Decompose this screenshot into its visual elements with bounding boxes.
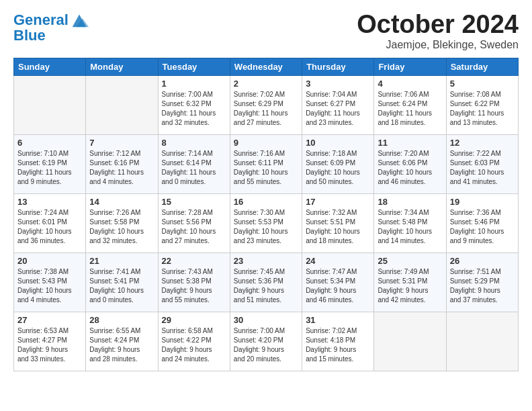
calendar-cell: 15Sunrise: 7:28 AM Sunset: 5:56 PM Dayli… (158, 193, 230, 253)
day-number: 30 (234, 315, 298, 325)
calendar-cell: 11Sunrise: 7:20 AM Sunset: 6:06 PM Dayli… (374, 134, 446, 193)
day-info: Sunrise: 7:16 AM Sunset: 6:11 PM Dayligh… (234, 149, 298, 187)
calendar-cell: 5Sunrise: 7:08 AM Sunset: 6:22 PM Daylig… (446, 75, 518, 134)
calendar-cell: 24Sunrise: 7:47 AM Sunset: 5:34 PM Dayli… (302, 253, 374, 312)
calendar-header-row: SundayMondayTuesdayWednesdayThursdayFrid… (14, 58, 519, 75)
day-number: 20 (17, 256, 82, 266)
logo-text: General (13, 12, 69, 28)
day-number: 14 (89, 197, 154, 207)
day-info: Sunrise: 7:00 AM Sunset: 4:20 PM Dayligh… (234, 326, 298, 364)
day-number: 25 (378, 256, 442, 266)
header: General Blue October 2024 Jaemjoe, Bleki… (13, 11, 519, 51)
calendar-cell: 27Sunrise: 6:53 AM Sunset: 4:27 PM Dayli… (14, 312, 86, 371)
day-info: Sunrise: 7:41 AM Sunset: 5:41 PM Dayligh… (89, 267, 154, 305)
page: General Blue October 2024 Jaemjoe, Bleki… (0, 0, 532, 382)
day-number: 26 (450, 256, 515, 266)
col-header-sunday: Sunday (14, 58, 86, 75)
day-number: 1 (162, 79, 226, 89)
day-info: Sunrise: 7:24 AM Sunset: 6:01 PM Dayligh… (17, 208, 82, 246)
day-number: 13 (17, 197, 82, 207)
calendar-cell: 1Sunrise: 7:00 AM Sunset: 6:32 PM Daylig… (158, 75, 230, 134)
calendar-cell: 26Sunrise: 7:51 AM Sunset: 5:29 PM Dayli… (446, 253, 518, 312)
day-number: 9 (234, 138, 298, 148)
col-header-friday: Friday (374, 58, 446, 75)
day-info: Sunrise: 7:43 AM Sunset: 5:38 PM Dayligh… (162, 267, 226, 305)
day-number: 28 (89, 315, 154, 325)
day-info: Sunrise: 7:00 AM Sunset: 6:32 PM Dayligh… (162, 90, 226, 128)
location: Jaemjoe, Blekinge, Sweden (357, 39, 519, 51)
day-info: Sunrise: 7:28 AM Sunset: 5:56 PM Dayligh… (162, 208, 226, 246)
col-header-tuesday: Tuesday (158, 58, 230, 75)
calendar-week-row: 6Sunrise: 7:10 AM Sunset: 6:19 PM Daylig… (14, 134, 519, 193)
calendar-cell: 18Sunrise: 7:34 AM Sunset: 5:48 PM Dayli… (374, 193, 446, 253)
day-info: Sunrise: 6:55 AM Sunset: 4:24 PM Dayligh… (89, 326, 154, 364)
col-header-wednesday: Wednesday (230, 58, 302, 75)
calendar-cell: 20Sunrise: 7:38 AM Sunset: 5:43 PM Dayli… (14, 253, 86, 312)
day-info: Sunrise: 7:47 AM Sunset: 5:34 PM Dayligh… (306, 267, 370, 305)
logo: General Blue (13, 11, 89, 44)
calendar-cell: 12Sunrise: 7:22 AM Sunset: 6:03 PM Dayli… (446, 134, 518, 193)
day-info: Sunrise: 7:10 AM Sunset: 6:19 PM Dayligh… (17, 149, 82, 187)
calendar-cell: 19Sunrise: 7:36 AM Sunset: 5:46 PM Dayli… (446, 193, 518, 253)
day-info: Sunrise: 7:22 AM Sunset: 6:03 PM Dayligh… (450, 149, 515, 187)
calendar-cell (14, 75, 86, 134)
calendar-cell: 16Sunrise: 7:30 AM Sunset: 5:53 PM Dayli… (230, 193, 302, 253)
day-info: Sunrise: 7:06 AM Sunset: 6:24 PM Dayligh… (378, 90, 442, 128)
day-info: Sunrise: 7:36 AM Sunset: 5:46 PM Dayligh… (450, 208, 515, 246)
logo-icon (70, 11, 89, 30)
day-info: Sunrise: 7:49 AM Sunset: 5:31 PM Dayligh… (378, 267, 442, 305)
calendar-week-row: 1Sunrise: 7:00 AM Sunset: 6:32 PM Daylig… (14, 75, 519, 134)
day-info: Sunrise: 7:02 AM Sunset: 6:29 PM Dayligh… (234, 90, 298, 128)
day-number: 18 (378, 197, 442, 207)
calendar-cell: 3Sunrise: 7:04 AM Sunset: 6:27 PM Daylig… (302, 75, 374, 134)
day-number: 22 (162, 256, 226, 266)
day-number: 5 (450, 79, 515, 89)
col-header-monday: Monday (86, 58, 158, 75)
day-number: 21 (89, 256, 154, 266)
day-number: 8 (162, 138, 226, 148)
day-number: 15 (162, 197, 226, 207)
day-number: 29 (162, 315, 226, 325)
day-number: 12 (450, 138, 515, 148)
day-number: 6 (17, 138, 82, 148)
day-info: Sunrise: 7:32 AM Sunset: 5:51 PM Dayligh… (306, 208, 370, 246)
calendar-cell: 23Sunrise: 7:45 AM Sunset: 5:36 PM Dayli… (230, 253, 302, 312)
calendar-cell: 9Sunrise: 7:16 AM Sunset: 6:11 PM Daylig… (230, 134, 302, 193)
col-header-saturday: Saturday (446, 58, 518, 75)
day-number: 3 (306, 79, 370, 89)
calendar-cell: 17Sunrise: 7:32 AM Sunset: 5:51 PM Dayli… (302, 193, 374, 253)
calendar-cell: 21Sunrise: 7:41 AM Sunset: 5:41 PM Dayli… (86, 253, 158, 312)
day-info: Sunrise: 7:14 AM Sunset: 6:14 PM Dayligh… (162, 149, 226, 187)
day-number: 24 (306, 256, 370, 266)
day-number: 19 (450, 197, 515, 207)
title-area: October 2024 Jaemjoe, Blekinge, Sweden (357, 11, 519, 51)
day-info: Sunrise: 7:20 AM Sunset: 6:06 PM Dayligh… (378, 149, 442, 187)
calendar-cell (86, 75, 158, 134)
day-number: 2 (234, 79, 298, 89)
day-number: 31 (306, 315, 370, 325)
calendar-cell: 8Sunrise: 7:14 AM Sunset: 6:14 PM Daylig… (158, 134, 230, 193)
day-number: 23 (234, 256, 298, 266)
day-number: 4 (378, 79, 442, 89)
day-info: Sunrise: 7:45 AM Sunset: 5:36 PM Dayligh… (234, 267, 298, 305)
col-header-thursday: Thursday (302, 58, 374, 75)
day-info: Sunrise: 7:12 AM Sunset: 6:16 PM Dayligh… (89, 149, 154, 187)
calendar-cell: 22Sunrise: 7:43 AM Sunset: 5:38 PM Dayli… (158, 253, 230, 312)
day-number: 11 (378, 138, 442, 148)
calendar-cell: 13Sunrise: 7:24 AM Sunset: 6:01 PM Dayli… (14, 193, 86, 253)
day-info: Sunrise: 7:04 AM Sunset: 6:27 PM Dayligh… (306, 90, 370, 128)
day-number: 10 (306, 138, 370, 148)
calendar-cell: 29Sunrise: 6:58 AM Sunset: 4:22 PM Dayli… (158, 312, 230, 371)
logo-general: General (13, 11, 69, 28)
calendar-cell: 28Sunrise: 6:55 AM Sunset: 4:24 PM Dayli… (86, 312, 158, 371)
calendar-week-row: 27Sunrise: 6:53 AM Sunset: 4:27 PM Dayli… (14, 312, 519, 371)
calendar-cell: 4Sunrise: 7:06 AM Sunset: 6:24 PM Daylig… (374, 75, 446, 134)
day-info: Sunrise: 6:53 AM Sunset: 4:27 PM Dayligh… (17, 326, 82, 364)
calendar-cell: 31Sunrise: 7:02 AM Sunset: 4:18 PM Dayli… (302, 312, 374, 371)
calendar-cell: 14Sunrise: 7:26 AM Sunset: 5:58 PM Dayli… (86, 193, 158, 253)
calendar-cell (446, 312, 518, 371)
day-info: Sunrise: 7:51 AM Sunset: 5:29 PM Dayligh… (450, 267, 515, 305)
calendar-cell: 10Sunrise: 7:18 AM Sunset: 6:09 PM Dayli… (302, 134, 374, 193)
day-info: Sunrise: 7:02 AM Sunset: 4:18 PM Dayligh… (306, 326, 370, 364)
calendar-cell: 7Sunrise: 7:12 AM Sunset: 6:16 PM Daylig… (86, 134, 158, 193)
